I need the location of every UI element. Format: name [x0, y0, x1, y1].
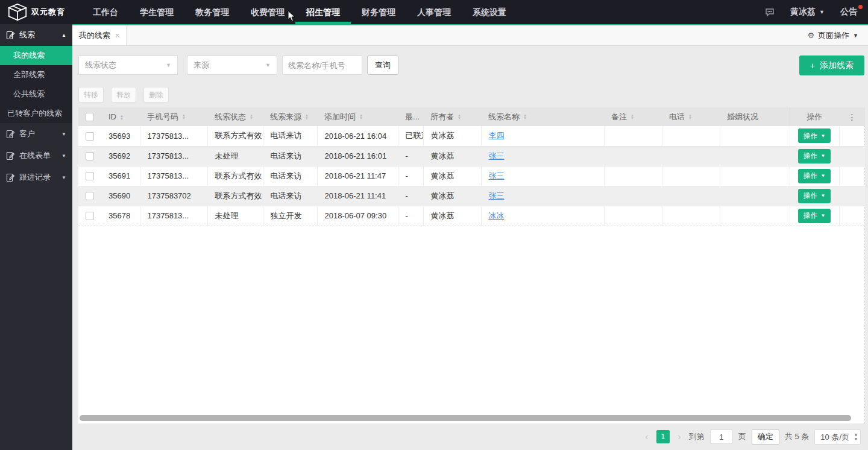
sidebar-item-all-leads[interactable]: 全部线索 — [0, 65, 72, 84]
row-checkbox[interactable] — [86, 172, 94, 180]
sidebar-group-label: 在线表单 — [19, 150, 51, 161]
sort-icon[interactable]: ▲▼ — [120, 115, 124, 121]
source-select[interactable]: 来源 ▼ — [187, 55, 277, 75]
release-button[interactable]: 释放 — [111, 87, 136, 103]
cell-recent: - — [398, 166, 423, 186]
lead-name-link[interactable]: 张三 — [489, 151, 505, 160]
cell-source: 独立开发 — [263, 206, 317, 226]
chat-icon[interactable] — [765, 7, 775, 17]
leads-grid: ID▲▼ 手机号码▲▼ 线索状态▲▼ 线索来源▲▼ 添加时间▲▼ 最... 所有… — [78, 107, 865, 423]
cell-remark — [604, 166, 662, 186]
row-checkbox[interactable] — [86, 192, 94, 200]
lead-name-link[interactable]: 李四 — [489, 131, 505, 140]
cell-status: 联系方式有效 — [207, 186, 263, 206]
transfer-button[interactable]: 转移 — [78, 87, 104, 103]
plus-icon: + — [810, 61, 815, 71]
row-checkbox[interactable] — [86, 132, 94, 141]
confirm-page-button[interactable]: 确定 — [752, 429, 779, 445]
goto-label: 到第 — [689, 431, 705, 442]
table-header-row: ID▲▼ 手机号码▲▼ 线索状态▲▼ 线索来源▲▼ 添加时间▲▼ 最... 所有… — [78, 107, 865, 126]
page-actions-label: 页面操作 — [818, 30, 849, 41]
row-checkbox[interactable] — [86, 152, 94, 160]
col-status[interactable]: 线索状态▲▼ — [207, 107, 263, 126]
sort-icon[interactable]: ▲▼ — [250, 114, 253, 120]
col-id[interactable]: ID▲▼ — [101, 107, 140, 126]
nav-item-settings[interactable]: 系统设置 — [462, 0, 517, 24]
col-tel[interactable]: 电话▲▼ — [662, 107, 720, 126]
cell-status: 未处理 — [207, 206, 263, 226]
lead-status-select[interactable]: 线索状态 ▼ — [78, 55, 178, 75]
row-action-button[interactable]: 操作▼ — [798, 209, 831, 223]
table-row: 35693 17375813... 联系方式有效 电话来访 2018-06-21… — [78, 126, 865, 146]
lead-name-link[interactable]: 张三 — [489, 191, 505, 200]
cell-recent: - — [398, 186, 423, 206]
add-lead-button[interactable]: + 添加线索 — [799, 55, 864, 75]
lead-name-link[interactable]: 冰冰 — [489, 211, 505, 220]
col-owner[interactable]: 所有者▲▼ — [423, 107, 481, 126]
sort-icon[interactable]: ▲▼ — [458, 114, 461, 120]
col-source[interactable]: 线索来源▲▼ — [263, 107, 317, 126]
sidebar-group-online-forms[interactable]: 在线表单 ▼ — [0, 145, 72, 166]
prev-page-icon[interactable]: ‹ — [643, 431, 651, 442]
sidebar-group-leads[interactable]: 线索 ▲ — [0, 24, 72, 46]
sort-icon[interactable]: ▲▼ — [688, 114, 692, 120]
announcement-link[interactable]: 公告 — [840, 7, 857, 17]
row-action-button[interactable]: 操作▼ — [798, 169, 831, 183]
sort-icon[interactable]: ▲▼ — [523, 114, 527, 120]
nav-item-finance[interactable]: 财务管理 — [351, 0, 406, 24]
gear-icon: ⚙ — [807, 31, 814, 40]
chevron-up-icon: ▲ — [61, 33, 66, 38]
user-menu[interactable]: 黄冰荔 ▼ — [790, 7, 825, 17]
nav-item-admissions[interactable]: 招生管理 — [295, 0, 351, 24]
next-page-icon[interactable]: › — [675, 431, 684, 442]
page-size-select[interactable]: 10 条/页 ▲▼ — [814, 429, 861, 445]
tab-bar: 我的线索 × ⚙ 页面操作 ▼ — [72, 25, 868, 46]
row-action-button[interactable]: 操作▼ — [798, 128, 831, 143]
page-actions-menu[interactable]: ⚙ 页面操作 ▼ — [807, 25, 868, 45]
sidebar-item-converted-leads[interactable]: 已转客户的线索 — [0, 104, 72, 123]
row-action-button[interactable]: 操作▼ — [798, 189, 831, 203]
nav-item-hr[interactable]: 人事管理 — [406, 0, 462, 24]
row-action-button[interactable]: 操作▼ — [798, 149, 831, 163]
cell-remark — [604, 126, 662, 146]
goto-page-input[interactable] — [710, 429, 733, 444]
tab-my-leads[interactable]: 我的线索 × — [72, 25, 127, 45]
nav-item-fees[interactable]: 收费管理 — [240, 0, 295, 24]
col-name[interactable]: 线索名称▲▼ — [481, 107, 604, 126]
cell-added: 2018-06-21 16:01 — [317, 146, 398, 166]
cell-id: 35693 — [101, 126, 140, 146]
chevron-down-icon: ▼ — [821, 213, 826, 218]
delete-button[interactable]: 删除 — [143, 87, 169, 103]
cell-added: 2018-06-21 11:41 — [317, 186, 398, 206]
sidebar-group-customers[interactable]: 客户 ▼ — [0, 123, 72, 145]
select-all-checkbox[interactable] — [86, 113, 94, 121]
sort-icon[interactable]: ▲▼ — [631, 114, 634, 120]
close-icon[interactable]: × — [115, 31, 120, 40]
column-settings-icon[interactable]: ⋮ — [839, 107, 865, 126]
current-page-button[interactable]: 1 — [656, 430, 670, 443]
sort-icon[interactable]: ▲▼ — [305, 114, 309, 120]
sidebar-item-public-leads[interactable]: 公共线索 — [0, 84, 72, 104]
cell-remark — [604, 186, 662, 206]
search-input[interactable] — [282, 55, 362, 75]
col-remark[interactable]: 备注▲▼ — [604, 107, 662, 126]
sidebar-item-my-leads[interactable]: 我的线索 — [0, 46, 72, 65]
total-count-label: 共 5 条 — [785, 431, 809, 442]
cell-marital — [720, 126, 790, 146]
sidebar-group-followup[interactable]: 跟进记录 ▼ — [0, 166, 72, 188]
nav-item-workbench[interactable]: 工作台 — [82, 0, 129, 24]
nav-item-students[interactable]: 学生管理 — [129, 0, 184, 24]
nav-item-academic[interactable]: 教务管理 — [184, 0, 240, 24]
sort-icon[interactable]: ▲▼ — [182, 114, 186, 120]
sidebar: 线索 ▲ 我的线索 全部线索 公共线索 已转客户的线索 客户 ▼ 在线表单 ▼ — [0, 24, 72, 450]
col-phone[interactable]: 手机号码▲▼ — [140, 107, 207, 126]
cell-phone: 17375813... — [140, 206, 207, 226]
topbar-right: 黄冰荔 ▼ 公告 — [765, 0, 868, 24]
row-checkbox[interactable] — [86, 212, 94, 220]
lead-name-link[interactable]: 张三 — [489, 171, 505, 180]
scrollbar-thumb[interactable] — [80, 415, 851, 421]
query-button[interactable]: 查询 — [367, 55, 398, 75]
horizontal-scrollbar[interactable] — [80, 414, 851, 422]
col-added-time[interactable]: 添加时间▲▼ — [317, 107, 398, 126]
sort-icon[interactable]: ▲▼ — [359, 114, 363, 120]
